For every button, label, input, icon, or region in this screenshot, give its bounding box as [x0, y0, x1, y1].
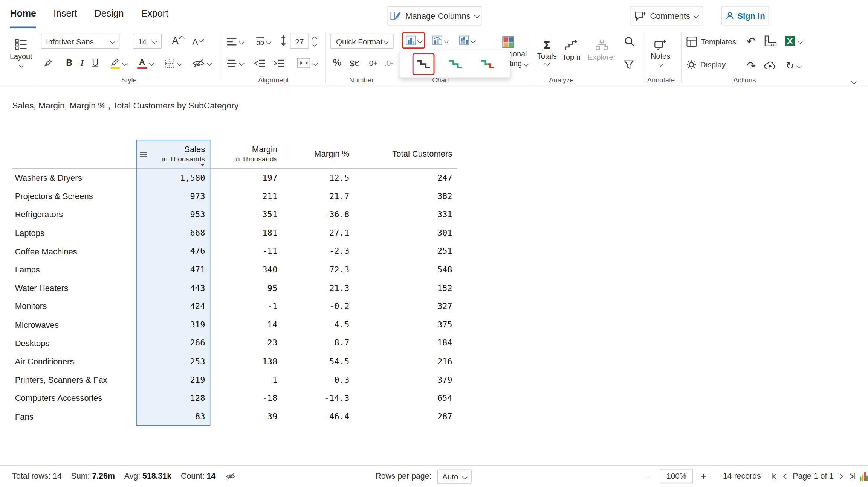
cell-margin[interactable]: 1: [210, 375, 283, 385]
column-header-sales[interactable]: Sales in Thousands: [136, 140, 210, 169]
borders-button[interactable]: [162, 55, 184, 71]
notes-button[interactable]: Notes: [648, 32, 673, 73]
row-label[interactable]: Lamps: [12, 265, 136, 274]
top-n-button[interactable]: Top n: [560, 33, 582, 67]
mini-chart-icon[interactable]: [860, 472, 868, 481]
cell-customers[interactable]: 331: [354, 210, 457, 219]
cell-margin-pct[interactable]: 27.1: [282, 228, 354, 238]
font-name-select[interactable]: Inforiver Sans: [41, 34, 120, 49]
previous-page-icon[interactable]: [782, 473, 789, 480]
row-label[interactable]: Microwaves: [12, 320, 136, 329]
cell-customers[interactable]: 548: [354, 265, 457, 274]
column-menu-icon[interactable]: [140, 152, 147, 157]
hide-stats-icon[interactable]: [225, 472, 235, 481]
dropdown-item-step-chart-dark[interactable]: [413, 53, 435, 75]
horizontal-align-button[interactable]: [225, 34, 245, 49]
chart-type-button-2[interactable]: [428, 32, 452, 49]
cell-customers[interactable]: 301: [354, 228, 457, 238]
cell-margin-pct[interactable]: 21.7: [282, 191, 354, 201]
row-label[interactable]: Monitors: [12, 302, 136, 311]
sign-in-button[interactable]: Sign in: [721, 6, 769, 25]
cell-customers[interactable]: 247: [354, 173, 457, 183]
cell-customers[interactable]: 251: [354, 246, 457, 256]
highlight-color-button[interactable]: [106, 54, 130, 72]
cell-margin[interactable]: -1: [210, 301, 283, 311]
cell-customers[interactable]: 654: [354, 393, 457, 403]
cell-customers[interactable]: 152: [354, 283, 457, 293]
cell-margin-pct[interactable]: -2.3: [282, 246, 354, 256]
row-label[interactable]: Water Heaters: [12, 283, 136, 293]
font-size-select[interactable]: 14: [133, 34, 162, 49]
row-label[interactable]: Laptops: [12, 228, 136, 237]
format-painter-button[interactable]: [41, 55, 55, 71]
cell-margin[interactable]: 211: [210, 191, 283, 201]
first-page-icon[interactable]: [770, 473, 778, 480]
tab-export[interactable]: Export: [141, 1, 168, 27]
hide-values-button[interactable]: [189, 55, 214, 71]
bold-button[interactable]: B: [63, 55, 75, 71]
row-label[interactable]: Air Conditioners: [12, 357, 136, 366]
cell-margin-pct[interactable]: 54.5: [282, 356, 354, 366]
percent-format-button[interactable]: %: [331, 55, 343, 71]
cell-margin-pct[interactable]: -36.8: [282, 210, 354, 219]
column-header-margin[interactable]: Margin in Thousands: [210, 140, 283, 169]
cell-sales[interactable]: 471: [136, 265, 210, 274]
cell-sales[interactable]: 973: [136, 191, 210, 201]
undo-button[interactable]: ↶: [744, 34, 758, 49]
underline-button[interactable]: U: [89, 55, 102, 71]
redo-button[interactable]: ↷: [744, 59, 758, 73]
cell-customers[interactable]: 382: [354, 191, 457, 201]
row-label[interactable]: Printers, Scanners & Fax: [12, 375, 136, 385]
cell-customers[interactable]: 375: [354, 320, 457, 330]
chart-type-button-3[interactable]: [455, 32, 478, 49]
templates-button[interactable]: Templates: [686, 34, 736, 49]
cell-margin[interactable]: -351: [210, 210, 283, 219]
rows-per-page-select[interactable]: Auto: [437, 470, 472, 484]
tab-insert[interactable]: Insert: [53, 1, 77, 27]
cell-sales[interactable]: 443: [136, 283, 210, 293]
cell-margin[interactable]: 197: [210, 173, 283, 183]
row-label[interactable]: Refrigerators: [12, 210, 136, 219]
cell-margin-pct[interactable]: 8.7: [282, 338, 354, 348]
tab-design[interactable]: Design: [95, 1, 124, 27]
chart-type-button-1[interactable]: [402, 32, 425, 49]
cell-sales[interactable]: 424: [136, 301, 210, 311]
tab-home[interactable]: Home: [10, 1, 36, 28]
column-header-margin-pct[interactable]: Margin %: [282, 140, 354, 169]
cell-sales[interactable]: 1,580: [136, 173, 210, 183]
explorer-button[interactable]: Explorer: [586, 33, 618, 67]
next-page-icon[interactable]: [837, 473, 845, 480]
row-height-input[interactable]: 27: [290, 34, 309, 49]
cell-customers[interactable]: 379: [354, 375, 457, 385]
ruler-button[interactable]: [763, 34, 778, 48]
cell-margin-pct[interactable]: -46.4: [282, 412, 354, 422]
row-label[interactable]: Desktops: [12, 338, 136, 348]
cell-sales[interactable]: 253: [136, 356, 210, 366]
cell-margin-pct[interactable]: 12.5: [282, 173, 354, 183]
cell-margin[interactable]: -39: [210, 412, 283, 422]
filter-button[interactable]: [622, 59, 636, 71]
cell-margin-pct[interactable]: 72.3: [282, 265, 354, 274]
row-label[interactable]: Coffee Machines: [12, 247, 136, 256]
cell-sales[interactable]: 128: [136, 393, 210, 403]
cell-margin-pct[interactable]: -14.3: [282, 393, 354, 403]
refresh-button[interactable]: ↻: [782, 59, 805, 73]
wrap-text-button[interactable]: ab: [251, 34, 276, 49]
collapse-ribbon-button[interactable]: [848, 78, 859, 85]
dropdown-item-step-chart-green-red[interactable]: [477, 53, 499, 75]
totals-button[interactable]: Σ Totals: [535, 32, 559, 73]
cell-margin[interactable]: -18: [210, 393, 283, 403]
cell-margin[interactable]: -11: [210, 246, 283, 256]
zoom-in-button[interactable]: +: [697, 470, 709, 482]
merge-cells-button[interactable]: [295, 55, 320, 71]
manage-columns-button[interactable]: Manage Columns: [388, 6, 482, 25]
comments-button[interactable]: Comments: [630, 6, 703, 25]
dropdown-item-step-chart-green[interactable]: [445, 53, 467, 75]
column-header-total-customers[interactable]: Total Customers: [354, 140, 457, 169]
row-label[interactable]: Projectors & Screens: [12, 192, 136, 201]
cell-sales[interactable]: 953: [136, 210, 210, 219]
cell-margin[interactable]: 181: [210, 228, 283, 238]
increase-font-button[interactable]: A: [170, 33, 186, 49]
font-color-button[interactable]: A: [133, 54, 157, 72]
cell-customers[interactable]: 327: [354, 301, 457, 311]
